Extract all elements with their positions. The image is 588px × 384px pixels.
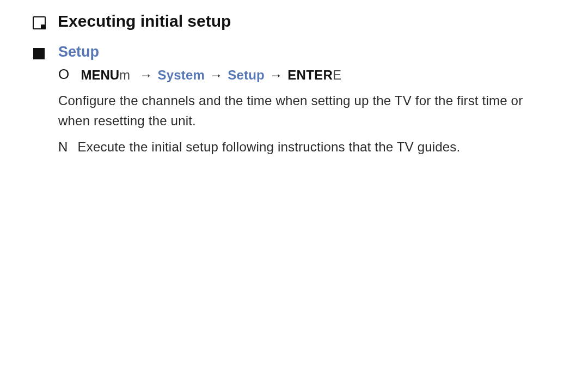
breadcrumb-prefix-marker: O: [58, 66, 69, 83]
arrow-right-icon: →: [270, 68, 283, 83]
breadcrumb-enter-suffix: E: [333, 68, 341, 83]
note-marker: N: [58, 137, 68, 157]
description-paragraph: Configure the channels and the time when…: [58, 90, 558, 131]
breadcrumb-enter-label: ENTER: [287, 68, 333, 83]
note-text: Execute the initial setup following inst…: [78, 137, 461, 157]
arrow-right-icon: →: [139, 68, 152, 83]
section-bullet-icon: [33, 48, 45, 59]
note-row: N Execute the initial setup following in…: [58, 137, 560, 157]
page-icon: [33, 16, 46, 29]
arrow-right-icon: →: [210, 68, 223, 83]
breadcrumb-menu-label: MENU: [81, 68, 119, 83]
breadcrumb-menu-suffix: m: [119, 68, 130, 83]
section-heading: Setup: [58, 44, 99, 60]
breadcrumb-setup-label: Setup: [228, 68, 265, 83]
breadcrumb: O MENUm → System → Setup → ENTERE: [58, 67, 560, 83]
breadcrumb-system-label: System: [158, 68, 205, 83]
page-title: Executing initial setup: [58, 12, 231, 31]
